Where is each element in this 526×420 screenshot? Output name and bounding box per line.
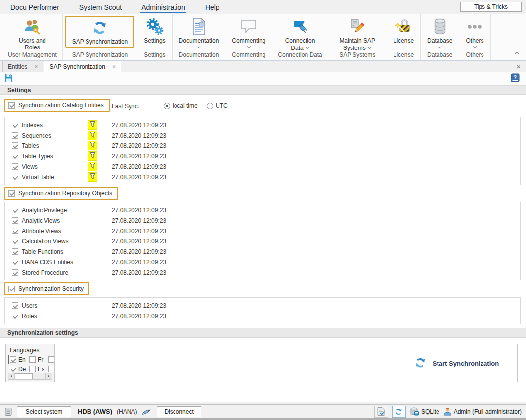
maintain-sap-icon: [348, 17, 367, 36]
checkbox-roles[interactable]: [12, 313, 18, 319]
checkbox-analytic-privilege[interactable]: [12, 207, 18, 213]
help-button[interactable]: ?: [511, 73, 520, 84]
checkbox-stored-procedure[interactable]: [12, 269, 18, 276]
tips-tricks-button[interactable]: Tips & Tricks: [460, 2, 522, 12]
language-option-fr[interactable]: Fr: [28, 356, 44, 363]
ribbon-button-database[interactable]: Database: [423, 16, 456, 49]
disconnect-button[interactable]: Disconnect: [157, 406, 201, 417]
radio-local-time-circle[interactable]: [164, 103, 170, 109]
menu-system-scout[interactable]: System Scout: [78, 1, 123, 13]
tab-label: Entities: [8, 63, 27, 70]
ribbon-group-label-database: Database: [423, 51, 456, 59]
radio-utc[interactable]: UTC: [207, 102, 228, 109]
checkbox-language-fr[interactable]: [29, 356, 36, 363]
ribbon-group-label-others: Others: [462, 51, 487, 59]
filter-button-virtual-table[interactable]: [88, 172, 97, 182]
sync-item-row-analytic-privilege: Analytic Privilege27.08.2020 12:09:23: [5, 205, 520, 215]
database-icon: [433, 17, 447, 36]
tab-entities[interactable]: Entities×: [2, 61, 43, 72]
checkbox-table-functions[interactable]: [12, 248, 18, 255]
ribbon-button-users-and-roles[interactable]: Users and Roles: [12, 16, 52, 52]
checkbox-language-cropped[interactable]: [48, 356, 55, 363]
filter-button-tables[interactable]: [88, 141, 97, 150]
checkbox-table-types[interactable]: [12, 153, 18, 159]
start-synchronization-button[interactable]: Start Synchronization: [395, 344, 518, 382]
language-option-de[interactable]: De: [9, 365, 27, 373]
menu-docu-performer[interactable]: Docu Performer: [9, 1, 60, 13]
checkbox-synchronization-security[interactable]: [8, 286, 15, 292]
checkbox-synchronization-repository-objects[interactable]: [8, 190, 15, 197]
security-toggle[interactable]: Synchronization Security: [4, 282, 89, 295]
sync-settings-area: Languages EnFrDeEs Start Synchronization: [0, 338, 526, 396]
language-option-es[interactable]: Es: [28, 365, 45, 373]
checkbox-calculation-views[interactable]: [12, 238, 18, 244]
sync-status-button[interactable]: [392, 406, 406, 418]
radio-local-time[interactable]: local time: [164, 102, 198, 109]
filter-button-sequences[interactable]: [88, 131, 97, 140]
item-label: Indexes: [22, 122, 43, 129]
ribbon-button-license[interactable]: License: [390, 16, 418, 45]
item-label: Table Types: [22, 153, 53, 160]
ribbon-button-connection-data[interactable]: Connection Data: [277, 16, 323, 52]
filter-button-views[interactable]: [88, 162, 97, 171]
language-option-cropped[interactable]: [47, 365, 55, 373]
ribbon-group-label-sap-synchronization: SAP Synchronization: [65, 51, 135, 59]
tab-sap-synchronization[interactable]: SAP Synchronization×: [44, 61, 121, 72]
checkbox-language-es[interactable]: [29, 366, 36, 372]
languages-scrollbar[interactable]: [8, 373, 52, 380]
commenting-icon: [240, 17, 258, 36]
save-button[interactable]: [4, 74, 13, 84]
checkbox-analytic-views[interactable]: [12, 217, 18, 224]
checkbox-sequences[interactable]: [12, 132, 18, 139]
last-sync-time: 27.08.2020 12:09:23: [112, 313, 166, 320]
checkbox-attribute-views[interactable]: [12, 228, 18, 234]
ribbon-button-sap-synchronization[interactable]: SAP Synchronization: [65, 16, 135, 48]
language-label: De: [18, 366, 26, 373]
edit-connection-icon[interactable]: [141, 407, 152, 416]
checkbox-virtual-table[interactable]: [12, 174, 18, 180]
checkbox-tables[interactable]: [12, 142, 18, 149]
filter-button-table-types[interactable]: [88, 151, 97, 161]
last-sync-time: 27.08.2020 12:09:23: [112, 174, 166, 181]
tab-close-icon[interactable]: ×: [112, 64, 116, 69]
document-status-button[interactable]: [374, 406, 388, 418]
menu-administration[interactable]: Administration: [140, 1, 186, 13]
ribbon-button-label: Maintain SAP Systems: [335, 37, 380, 51]
checkbox-views[interactable]: [12, 163, 18, 170]
checkbox-language-en[interactable]: [10, 356, 16, 363]
scroll-right-arrow[interactable]: [45, 373, 52, 379]
ribbon-button-label: Commenting: [232, 37, 265, 44]
tab-close-icon[interactable]: ×: [34, 64, 38, 69]
start-synchronization-label: Start Synchronization: [433, 360, 499, 367]
close-icon[interactable]: ×: [516, 62, 521, 71]
scroll-left-arrow[interactable]: [8, 373, 15, 379]
catalog-entities-panel: Indexes27.08.2020 12:09:23Sequences27.08…: [4, 117, 521, 185]
repository-objects-toggle[interactable]: Synchronization Repository Objects: [4, 187, 118, 200]
catalog-entities-toggle[interactable]: Synchronization Catalog Entities: [4, 99, 110, 112]
ribbon-button-maintain-sap-systems[interactable]: Maintain SAP Systems: [331, 16, 384, 52]
language-label: En: [18, 356, 26, 363]
ribbon-collapse-icon[interactable]: [514, 49, 520, 56]
ribbon-group-settings: SettingsSettings: [137, 14, 172, 60]
scrollbar-thumb[interactable]: [15, 373, 33, 379]
checkbox-hana-cds-entities[interactable]: [12, 259, 18, 265]
checkbox-language-de[interactable]: [10, 366, 16, 372]
select-system-button[interactable]: Select system: [17, 406, 71, 417]
filter-button-indexes[interactable]: [88, 120, 97, 130]
last-sync-time: 27.08.2020 12:09:23: [112, 132, 166, 139]
ribbon-button-commenting[interactable]: Commenting: [228, 16, 269, 49]
ribbon-button-others[interactable]: Others: [462, 16, 487, 49]
language-option-cropped[interactable]: [47, 356, 55, 363]
chevron-down-icon: [438, 45, 442, 48]
language-option-en[interactable]: En: [9, 356, 27, 363]
checkbox-users[interactable]: [12, 302, 18, 309]
checkbox-language-cropped[interactable]: [48, 366, 55, 372]
menu-help[interactable]: Help: [204, 1, 220, 13]
ribbon-button-documentation[interactable]: Documentation: [175, 16, 223, 49]
checkbox-indexes[interactable]: [12, 122, 18, 128]
scrollbar-track[interactable]: [15, 373, 45, 379]
radio-utc-circle[interactable]: [207, 103, 213, 109]
ribbon-button-settings[interactable]: Settings: [140, 16, 169, 45]
checkbox-synchronization-catalog-entities[interactable]: [8, 102, 15, 109]
item-label: HANA CDS Entities: [22, 259, 73, 266]
